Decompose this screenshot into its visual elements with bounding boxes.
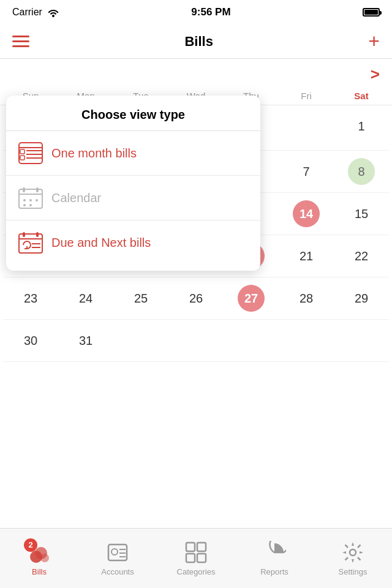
carrier-label: Carrier (12, 7, 42, 18)
tab-accounts[interactable]: Accounts (78, 541, 157, 576)
svg-point-24 (40, 554, 49, 562)
bills-tab-icon-wrapper: 2 (28, 541, 51, 564)
cal-day-27[interactable]: 27 (224, 277, 279, 320)
tab-reports[interactable]: Reports (235, 541, 314, 576)
dropdown-label-due-next: Due and Next bills (51, 236, 151, 250)
tab-categories-label: Categories (177, 567, 216, 576)
svg-point-34 (350, 549, 356, 556)
tab-categories[interactable]: Categories (157, 541, 235, 576)
cal-day-23[interactable]: 23 (3, 277, 58, 320)
svg-rect-5 (20, 149, 24, 154)
svg-rect-10 (36, 187, 39, 192)
bills-badge: 2 (24, 538, 37, 552)
cal-cell-empty (334, 320, 389, 362)
cal-day-28[interactable]: 28 (279, 277, 334, 320)
due-next-icon (18, 230, 43, 255)
page-title: Bills (184, 34, 213, 50)
dropdown-title: Choose view type (6, 108, 260, 131)
svg-rect-33 (197, 554, 206, 562)
cal-day-29[interactable]: 29 (334, 277, 389, 320)
categories-icon (184, 541, 208, 564)
cal-day-24[interactable]: 24 (58, 277, 113, 320)
svg-rect-30 (186, 543, 195, 551)
calendar-area: > Sun Mon Tue Wed Thu Fri Sat 1 2 3 4 5 … (0, 59, 392, 488)
cal-day-31[interactable]: 31 (58, 320, 113, 362)
cal-cell-empty (224, 320, 279, 362)
battery-icon (363, 8, 380, 17)
settings-icon (341, 541, 364, 564)
menu-button[interactable] (12, 36, 29, 47)
dropdown-label-calendar: Calendar (51, 191, 101, 205)
status-bar: Carrier 9:56 PM (0, 0, 392, 24)
cal-day-30[interactable]: 30 (3, 320, 58, 362)
cal-day-22[interactable]: 22 (334, 235, 389, 277)
svg-rect-1 (19, 147, 42, 148)
calendar-nav: > (0, 59, 392, 87)
svg-rect-6 (20, 156, 24, 160)
svg-rect-31 (197, 543, 206, 551)
svg-rect-18 (23, 232, 25, 237)
accounts-icon (106, 541, 129, 564)
svg-point-26 (111, 549, 118, 555)
dropdown-item-due-next[interactable]: Due and Next bills (6, 221, 260, 265)
tab-settings[interactable]: Settings (314, 541, 392, 576)
svg-point-13 (36, 199, 38, 202)
tab-bills[interactable]: 2 Bills (0, 541, 78, 576)
dropdown-item-calendar[interactable]: Calendar (6, 176, 260, 221)
tab-bar: 2 Bills Accounts Categories (0, 528, 392, 588)
cal-day-21[interactable]: 21 (279, 235, 334, 277)
svg-point-12 (29, 199, 32, 202)
view-type-dropdown: Choose view type One month bills (6, 96, 260, 271)
svg-rect-0 (19, 143, 42, 164)
day-sat: Sat (334, 87, 389, 105)
cal-day-7[interactable]: 7 (279, 151, 334, 193)
tab-accounts-label: Accounts (101, 567, 134, 576)
dropdown-label-one-month: One month bills (51, 146, 137, 160)
svg-point-15 (29, 204, 32, 206)
add-button[interactable]: + (368, 30, 380, 53)
cal-day-25[interactable]: 25 (113, 277, 168, 320)
cal-day-15[interactable]: 15 (334, 193, 389, 235)
cal-cell-empty (168, 320, 224, 362)
svg-rect-9 (23, 187, 25, 192)
reports-icon (263, 541, 286, 564)
wifi-icon (47, 7, 59, 17)
tab-reports-label: Reports (260, 567, 288, 576)
day-fri: Fri (279, 87, 334, 105)
cal-day-1[interactable]: 1 (334, 105, 389, 151)
svg-point-14 (23, 204, 26, 206)
header: Bills + (0, 24, 392, 59)
cal-day-14[interactable]: 14 (279, 193, 334, 235)
cal-day-26[interactable]: 26 (168, 277, 224, 320)
cal-cell-empty (279, 320, 334, 362)
svg-rect-19 (36, 232, 39, 237)
cal-day-8[interactable]: 8 (334, 151, 389, 193)
status-left: Carrier (12, 7, 59, 18)
calendar-view-icon (18, 186, 43, 210)
status-time: 9:56 PM (191, 6, 230, 18)
cal-cell-empty (113, 320, 168, 362)
svg-rect-32 (186, 554, 195, 562)
cal-cell-empty (279, 105, 334, 151)
svg-point-11 (23, 199, 26, 202)
next-month-button[interactable]: > (371, 65, 380, 84)
tab-settings-label: Settings (339, 567, 368, 576)
tab-bills-label: Bills (32, 567, 47, 576)
one-month-icon (18, 141, 43, 165)
dropdown-item-one-month[interactable]: One month bills (6, 131, 260, 176)
